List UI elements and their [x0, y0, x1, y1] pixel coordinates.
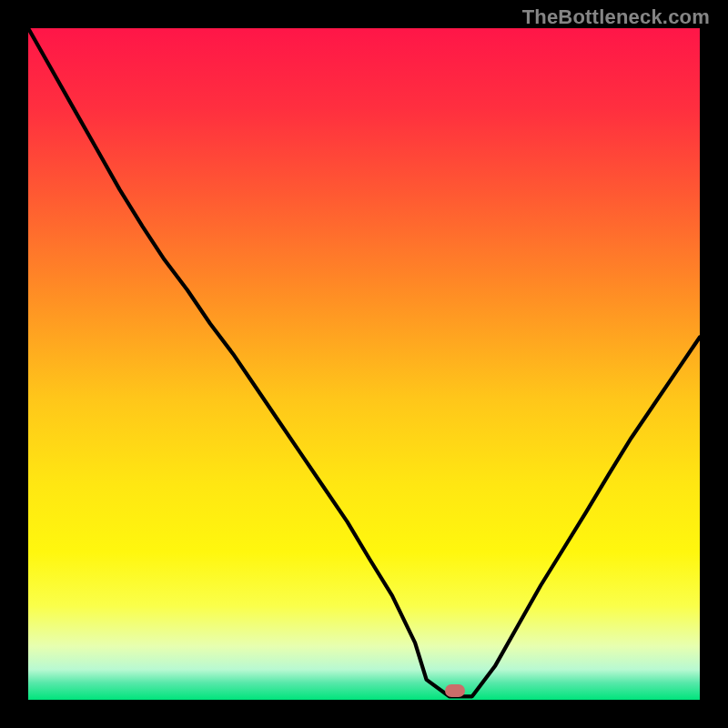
plot-area — [28, 28, 700, 700]
bottleneck-curve — [28, 28, 700, 700]
optimal-point-marker — [445, 684, 465, 697]
chart-frame: TheBottleneck.com — [0, 0, 728, 728]
watermark-label: TheBottleneck.com — [522, 5, 710, 29]
